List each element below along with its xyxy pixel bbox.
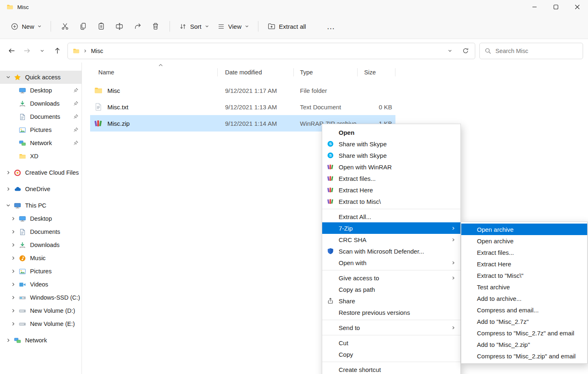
submenu-item-open-archive-1[interactable]: Open archive [461,224,587,235]
context-menu-item-cut[interactable]: Cut [322,337,460,349]
address-dropdown-chevron[interactable] [448,48,452,53]
search-input[interactable] [495,48,578,54]
sidebar-item-network-pinned[interactable]: Network [0,136,81,150]
sidebar-item-pc-videos[interactable]: Videos [0,278,81,291]
file-row-misc-txt[interactable]: Misc.txt 9/12/2021 1:13 AM Text Document… [90,99,395,115]
sidebar-item-pc-new-volume-d[interactable]: New Volume (D:) [0,304,81,317]
sidebar-item-pc-pictures[interactable]: Pictures [0,265,81,278]
column-header-size[interactable]: Size [358,62,395,82]
context-menu-item-scan-with-defender[interactable]: Scan with Microsoft Defender... [322,245,460,257]
sidebar-item-pc-new-volume-e[interactable]: New Volume (E:) [0,317,81,330]
chevron-right-icon [11,308,16,313]
sidebar-item-label: Desktop [30,87,52,94]
context-menu-item-crc-sha[interactable]: CRC SHA [322,234,460,245]
submenu-item-add-to-misc-2-zip[interactable]: Add to "Misc_2.zip" [461,339,587,350]
delete-button[interactable] [146,18,165,34]
minimize-button[interactable] [524,0,545,14]
view-button[interactable]: View [213,19,253,34]
rename-icon [115,22,123,30]
column-header-type[interactable]: Type [294,62,358,82]
forward-button[interactable] [19,44,35,58]
submenu-item-extract-here[interactable]: Extract Here [461,258,587,270]
context-menu-item-share-with-skype-2[interactable]: S Share with Skype [322,150,460,161]
context-menu-item-extract-files[interactable]: Extract files... [322,173,460,184]
file-row-misc-folder[interactable]: Misc 9/12/2021 1:17 AM File folder [90,82,395,99]
sidebar-item-pictures[interactable]: Pictures [0,123,81,136]
context-menu-item-copy-as-path[interactable]: Copy as path [322,284,460,295]
submenu-item-add-to-misc-2-7z[interactable]: Add to "Misc_2.7z" [461,316,587,327]
breadcrumb[interactable]: Misc [91,48,103,54]
ellipsis-icon: … [327,24,335,28]
sidebar-item-network[interactable]: Network [0,334,81,347]
back-button[interactable] [4,44,19,58]
submenu-item-compress-to-misc-2-zip-and-email[interactable]: Compress to "Misc_2.zip" and email [461,350,587,362]
file-name: Misc.zip [107,120,130,127]
toolbar: New [0,14,588,39]
submenu-item-compress-to-misc-2-7z-and-email[interactable]: Compress to "Misc_2.7z" and email [461,327,587,339]
toolbar-separator [258,21,258,32]
context-menu-item-create-shortcut[interactable]: Create shortcut [322,364,460,374]
sidebar-item-creative-cloud-files[interactable]: Creative Cloud Files [0,166,81,179]
submenu-item-extract-to-misc[interactable]: Extract to "Misc\" [461,270,587,281]
search-box[interactable] [479,43,583,59]
menu-item-label: Create shortcut [339,366,381,373]
sidebar-item-pc-music[interactable]: Music [0,252,81,265]
winrar-icon [326,175,335,182]
icon-placeholder [326,351,335,358]
submenu-item-extract-files[interactable]: Extract files... [461,247,587,258]
up-button[interactable] [50,44,65,58]
rename-button[interactable] [110,18,128,34]
sidebar-item-documents[interactable]: Documents [0,110,81,123]
maximize-button[interactable] [545,0,567,14]
more-options-button[interactable]: … [322,18,340,34]
context-menu-item-share-with-skype-1[interactable]: S Share with Skype [322,138,460,150]
submenu-item-test-archive[interactable]: Test archive [461,281,587,293]
submenu-item-compress-and-email[interactable]: Compress and email... [461,304,587,316]
context-menu-item-open-with[interactable]: Open with [322,257,460,268]
new-button[interactable]: New [7,19,46,34]
sidebar-item-onedrive[interactable]: OneDrive [0,182,81,196]
network-icon [14,337,21,344]
context-menu-item-extract-to-misc[interactable]: Extract to Misc\ [322,196,460,207]
sidebar-item-downloads[interactable]: Downloads [0,97,81,110]
column-header-name[interactable]: Name [90,62,218,82]
sidebar-item-desktop[interactable]: Desktop [0,84,81,97]
context-menu-item-7zip[interactable]: 7-Zip [322,222,460,234]
close-button[interactable] [567,0,588,14]
onedrive-cloud-icon [14,186,21,193]
menu-item-label: Extract Here [339,187,373,194]
share-button[interactable] [128,18,146,34]
context-menu-item-open[interactable]: Open [322,127,460,138]
extract-all-button[interactable]: Extract all [263,19,310,34]
context-menu-item-send-to[interactable]: Send to [322,322,460,333]
column-header-date-modified[interactable]: Date modified [218,62,294,82]
context-menu-item-extract-here[interactable]: Extract Here [322,184,460,196]
paste-button[interactable] [92,18,110,34]
sidebar-item-quick-access[interactable]: Quick access [0,71,81,84]
sidebar-item-pc-downloads[interactable]: Downloads [0,238,81,252]
sidebar-item-xd[interactable]: XD [0,150,81,163]
recent-locations-chevron[interactable] [35,44,50,58]
context-menu-item-share[interactable]: Share [322,295,460,307]
context-menu-item-extract-all[interactable]: Extract All... [322,211,460,222]
column-label: Size [364,69,376,76]
context-menu-item-give-access-to[interactable]: Give access to [322,272,460,284]
sidebar-item-this-pc[interactable]: This PC [0,199,81,212]
refresh-icon[interactable] [462,47,469,54]
context-menu-item-copy[interactable]: Copy [322,349,460,360]
sidebar-item-pc-desktop[interactable]: Desktop [0,212,81,225]
sidebar-item-pc-documents[interactable]: Documents [0,225,81,238]
copy-button[interactable] [74,18,92,34]
menu-item-label: Add to archive... [477,295,521,302]
submenu-item-open-archive-2[interactable]: Open archive [461,235,587,247]
icon-placeholder [326,213,335,220]
chevron-right-icon [11,256,16,261]
sidebar-item-pc-windows-ssd[interactable]: Windows-SSD (C:) [0,291,81,304]
address-bar[interactable]: Misc [67,43,475,59]
context-menu-item-open-with-winrar[interactable]: Open with WinRAR [322,161,460,173]
submenu-item-add-to-archive[interactable]: Add to archive... [461,293,587,304]
sort-button[interactable]: Sort [175,19,213,34]
context-menu-item-restore-previous-versions[interactable]: Restore previous versions [322,307,460,318]
text-file-icon [94,103,102,111]
cut-button[interactable] [56,18,74,34]
